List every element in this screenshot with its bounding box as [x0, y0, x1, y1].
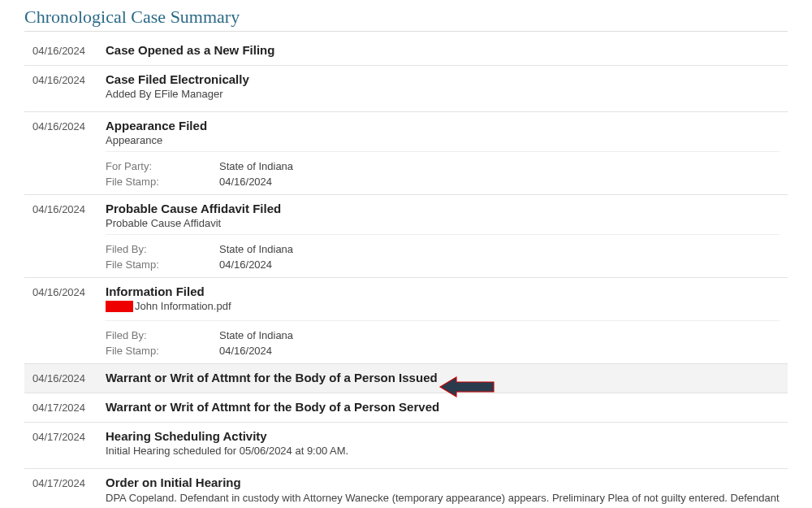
- entry-body: Case Filed ElectronicallyAdded By EFile …: [106, 72, 788, 105]
- case-entry: 04/17/2024Warrant or Writ of Attmnt for …: [24, 393, 788, 423]
- case-entry: 04/16/2024Information Filed John Informa…: [24, 278, 788, 364]
- meta-value: State of Indiana: [219, 160, 293, 172]
- entry-date: 04/17/2024: [32, 429, 106, 462]
- meta-label: File Stamp:: [106, 176, 219, 188]
- entry-title: Appearance Filed: [106, 119, 780, 132]
- case-entry: 04/16/2024Case Opened as a New Filing: [24, 37, 788, 66]
- case-entry: 04/16/2024Probable Cause Affidavit Filed…: [24, 195, 788, 278]
- entry-date: 04/16/2024: [32, 72, 106, 105]
- entry-date: 04/16/2024: [32, 371, 106, 386]
- entry-body: Appearance FiledAppearanceFor Party:Stat…: [106, 119, 788, 188]
- entry-meta: Filed By:State of IndianaFile Stamp:04/1…: [106, 234, 780, 271]
- entries-list: 04/16/2024Case Opened as a New Filing04/…: [24, 37, 788, 508]
- entry-title: Case Filed Electronically: [106, 72, 780, 86]
- meta-label: File Stamp:: [106, 258, 219, 271]
- entry-body: Warrant or Writ of Attmnt for the Body o…: [106, 400, 788, 415]
- meta-value: State of Indiana: [219, 329, 293, 341]
- section-title: Chronological Case Summary: [24, 7, 788, 32]
- meta-row: File Stamp:04/16/2024: [106, 176, 780, 188]
- entry-title: Information Filed: [106, 284, 780, 298]
- entry-body: Information Filed John Information.pdfFi…: [106, 284, 788, 357]
- entry-description: DPA Copeland. Defendant in custody with …: [106, 491, 780, 508]
- entry-subtitle: Initial Hearing scheduled for 05/06/2024…: [106, 445, 780, 457]
- meta-value: 04/16/2024: [219, 345, 272, 357]
- entry-title: Probable Cause Affidavit Filed: [106, 202, 780, 215]
- case-entry: 04/16/2024Case Filed ElectronicallyAdded…: [24, 66, 788, 112]
- entry-file[interactable]: John Information.pdf: [106, 300, 231, 312]
- meta-row: File Stamp:04/16/2024: [106, 345, 780, 357]
- case-entry: 04/16/2024Warrant or Writ of Attmnt for …: [24, 364, 788, 393]
- entry-subtitle: Probable Cause Affidavit: [106, 217, 780, 229]
- meta-row: Filed By:State of Indiana: [106, 243, 780, 255]
- entry-body: Probable Cause Affidavit FiledProbable C…: [106, 202, 788, 271]
- svg-marker-0: [440, 377, 494, 397]
- entry-date: 04/16/2024: [32, 119, 106, 188]
- meta-value: 04/16/2024: [219, 258, 272, 271]
- entry-date: 04/16/2024: [32, 43, 106, 59]
- case-entry: 04/17/2024Hearing Scheduling ActivityIni…: [24, 423, 788, 469]
- entry-title: Hearing Scheduling Activity: [106, 429, 780, 443]
- meta-row: Filed By:State of Indiana: [106, 329, 780, 341]
- meta-label: Filed By:: [106, 329, 219, 341]
- entry-title: Order on Initial Hearing: [106, 475, 780, 489]
- entry-subtitle: Appearance: [106, 134, 780, 146]
- meta-label: For Party:: [106, 160, 219, 172]
- entry-body: Order on Initial HearingDPA Copeland. De…: [106, 475, 788, 508]
- entry-meta: Filed By:State of IndianaFile Stamp:04/1…: [106, 320, 780, 357]
- case-entry: 04/17/2024Order on Initial HearingDPA Co…: [24, 469, 788, 508]
- entry-date: 04/16/2024: [32, 284, 106, 357]
- meta-row: File Stamp:04/16/2024: [106, 258, 780, 271]
- file-name: John Information.pdf: [135, 300, 231, 312]
- entry-date: 04/16/2024: [32, 202, 106, 271]
- entry-body: Case Opened as a New Filing: [106, 43, 788, 59]
- entry-date: 04/17/2024: [32, 475, 106, 508]
- meta-row: For Party:State of Indiana: [106, 160, 780, 172]
- entry-meta: For Party:State of IndianaFile Stamp:04/…: [106, 151, 780, 188]
- entry-title: Case Opened as a New Filing: [106, 43, 780, 57]
- meta-label: File Stamp:: [106, 345, 219, 357]
- meta-label: Filed By:: [106, 243, 219, 255]
- annotation-arrow-icon: [438, 376, 495, 401]
- redaction-block: [106, 301, 133, 312]
- meta-value: 04/16/2024: [219, 176, 272, 188]
- entry-subtitle: Added By EFile Manager: [106, 88, 780, 100]
- case-entry: 04/16/2024Appearance FiledAppearanceFor …: [24, 112, 788, 195]
- meta-value: State of Indiana: [219, 243, 293, 255]
- entry-title: Warrant or Writ of Attmnt for the Body o…: [106, 400, 780, 414]
- entry-body: Hearing Scheduling ActivityInitial Heari…: [106, 429, 788, 462]
- entry-date: 04/17/2024: [32, 400, 106, 415]
